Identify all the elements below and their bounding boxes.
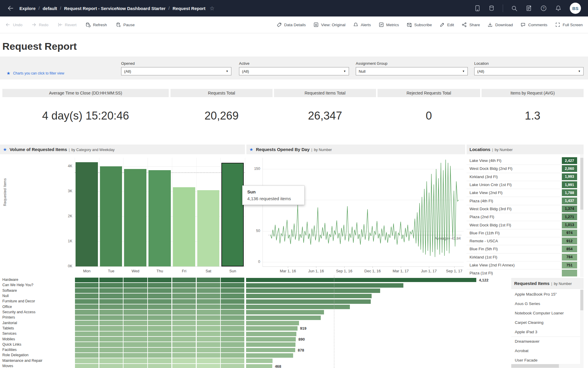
category-bar-0[interactable] xyxy=(246,278,476,282)
toolbar-download-button[interactable]: Download xyxy=(487,22,513,27)
requested-item-row[interactable]: Asus G Series xyxy=(511,299,580,309)
heatmap-cell[interactable] xyxy=(221,353,244,358)
heatmap-cell[interactable] xyxy=(221,331,244,336)
toolbar-refresh-button[interactable]: Refresh xyxy=(85,22,107,27)
heatmap-cell[interactable] xyxy=(172,288,196,293)
heatmap-cell[interactable] xyxy=(75,283,98,288)
heatmap-cell[interactable] xyxy=(221,321,244,325)
heatmap-cell[interactable] xyxy=(172,358,196,363)
heatmap-cell[interactable] xyxy=(197,337,220,342)
category-bar-11[interactable] xyxy=(246,337,296,342)
heatmap-cell[interactable] xyxy=(148,294,171,298)
heatmap-cell[interactable] xyxy=(75,278,98,282)
filter-hint-link[interactable]: ★ Charts you can click to filter view xyxy=(6,71,64,76)
heatmap-cell[interactable] xyxy=(148,310,171,314)
location-row[interactable]: Plaza (1st Fl) xyxy=(467,269,580,277)
heatmap-cell[interactable] xyxy=(75,337,98,342)
heatmap-cell[interactable] xyxy=(172,315,196,320)
category-bar-3[interactable] xyxy=(246,294,372,298)
heatmap-cell[interactable] xyxy=(197,364,220,368)
heatmap-cell[interactable] xyxy=(75,326,98,331)
heatmap-cell[interactable] xyxy=(99,310,123,314)
heatmap-cell[interactable] xyxy=(172,326,196,331)
category-bar-9[interactable] xyxy=(246,326,298,331)
heatmap-cell[interactable] xyxy=(123,283,147,288)
device-preview-icon[interactable] xyxy=(475,5,480,11)
heatmap-cell[interactable] xyxy=(221,283,244,288)
heatmap-cell[interactable] xyxy=(99,358,123,363)
heatmap-cell[interactable] xyxy=(148,358,171,363)
back-arrow-icon[interactable] xyxy=(7,5,14,12)
breadcrumb-item-3[interactable]: Request Report xyxy=(173,6,206,11)
heatmap-cell[interactable] xyxy=(123,321,147,325)
heatmap-cell[interactable] xyxy=(197,310,220,314)
heatmap-cell[interactable] xyxy=(99,299,123,304)
heatmap-cell[interactable] xyxy=(172,304,196,309)
heatmap-cell[interactable] xyxy=(221,278,244,282)
heatmap-cell[interactable] xyxy=(99,337,123,342)
requested-item-row[interactable]: Apple iPad 3 xyxy=(511,327,580,337)
heatmap-cell[interactable] xyxy=(99,353,123,358)
heatmap-cell[interactable] xyxy=(75,358,98,363)
location-row[interactable]: Lake View (2nd Fl)1,788 xyxy=(467,189,580,197)
heatmap-cell[interactable] xyxy=(221,358,244,363)
toolbar-view-original-button[interactable]: View: Original xyxy=(313,22,345,27)
heatmap-cell[interactable] xyxy=(123,310,147,314)
category-bar-16[interactable] xyxy=(246,364,272,368)
category-bar-13[interactable] xyxy=(246,348,295,352)
location-row[interactable]: West Dock Bldg (2nd Fl)2,060 xyxy=(467,165,580,173)
heatmap-cell[interactable] xyxy=(123,304,147,309)
category-bar-1[interactable] xyxy=(246,283,403,288)
heatmap-cell[interactable] xyxy=(75,353,98,358)
requested-item-row[interactable]: Acrobat xyxy=(511,346,580,356)
heatmap-cell[interactable] xyxy=(197,342,220,347)
heatmap-cell[interactable] xyxy=(221,294,244,298)
heatmap-cell[interactable] xyxy=(172,283,196,288)
heatmap-cell[interactable] xyxy=(99,331,123,336)
heatmap-cell[interactable] xyxy=(123,364,147,368)
location-row[interactable]: Blue Fin (11th Fl)974 xyxy=(467,229,580,237)
items-vscrollbar-thumb[interactable] xyxy=(580,290,583,310)
heatmap-cell[interactable] xyxy=(123,326,147,331)
heatmap-cell[interactable] xyxy=(148,283,171,288)
heatmap-cell[interactable] xyxy=(172,294,196,298)
heatmap-cell[interactable] xyxy=(123,353,147,358)
heatmap-cell[interactable] xyxy=(75,315,98,320)
heatmap-cell[interactable] xyxy=(148,331,171,336)
heatmap-cell[interactable] xyxy=(75,304,98,309)
heatmap-cell[interactable] xyxy=(197,331,220,336)
heatmap-cell[interactable] xyxy=(172,364,196,368)
location-row[interactable]: West Dock Bldg (1st Fl)1,013 xyxy=(467,221,580,229)
heatmap-cell[interactable] xyxy=(148,337,171,342)
heatmap-cell[interactable] xyxy=(99,304,123,309)
requested-item-row[interactable]: Dreamweaver xyxy=(511,337,580,347)
breadcrumb-item-1[interactable]: default xyxy=(43,6,57,11)
filter-dropdown-opened[interactable]: (All)▼ xyxy=(121,67,231,75)
heatmap-cell[interactable] xyxy=(172,278,196,282)
heatmap-cell[interactable] xyxy=(75,310,98,314)
avatar[interactable]: BS xyxy=(570,3,581,14)
heatmap-cell[interactable] xyxy=(75,288,98,293)
heatmap-cell[interactable] xyxy=(221,288,244,293)
toolbar-subscribe-button[interactable]: Subscribe xyxy=(407,22,432,27)
filter-dropdown-location[interactable]: (All)▼ xyxy=(474,67,584,75)
heatmap-cell[interactable] xyxy=(99,278,123,282)
weekday-bar-wed[interactable] xyxy=(124,169,146,266)
toolbar-data-details-button[interactable]: Data Details xyxy=(276,22,306,27)
heatmap-cell[interactable] xyxy=(148,278,171,282)
category-bar-4[interactable] xyxy=(246,299,371,304)
heatmap-cell[interactable] xyxy=(172,342,196,347)
heatmap-cell[interactable] xyxy=(148,353,171,358)
heatmap-cell[interactable] xyxy=(148,299,171,304)
search-icon[interactable] xyxy=(511,5,517,11)
location-row[interactable]: Lake View (2nd Fl Annex)751 xyxy=(467,261,580,269)
weekday-bar-thu[interactable] xyxy=(148,170,171,266)
location-row[interactable]: West Dock Bldg (3rd Fl)1,374 xyxy=(467,205,580,213)
weekday-bar-mon[interactable] xyxy=(76,162,98,266)
heatmap-cell[interactable] xyxy=(123,294,147,298)
heatmap-cell[interactable] xyxy=(123,288,147,293)
opened-line-series[interactable] xyxy=(263,158,464,266)
heatmap-cell[interactable] xyxy=(123,299,147,304)
toolbar-pause-button[interactable]: Pause xyxy=(116,22,135,27)
toolbar-metrics-button[interactable]: Metrics xyxy=(379,22,399,27)
